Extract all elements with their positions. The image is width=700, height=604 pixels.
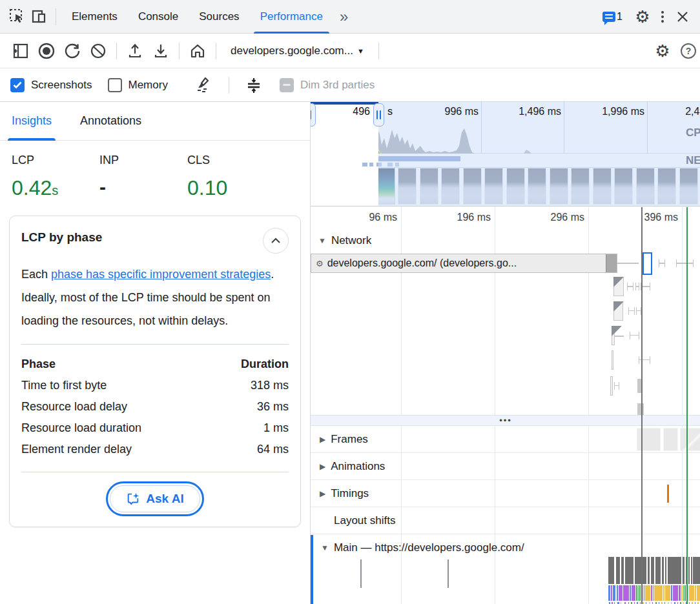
flame-activity-bar[interactable] bbox=[653, 585, 654, 601]
flame-activity-bar[interactable] bbox=[673, 585, 678, 601]
frame-thumbnail[interactable] bbox=[680, 428, 700, 451]
metric-inp[interactable]: INP - bbox=[99, 154, 187, 200]
flame-task-bar[interactable] bbox=[688, 557, 690, 584]
flame-task-bar[interactable] bbox=[665, 557, 666, 584]
flame-activity-bar[interactable] bbox=[608, 585, 610, 601]
flame-task-bar[interactable] bbox=[635, 557, 646, 584]
settings-gear-icon[interactable]: ⚙ bbox=[632, 6, 654, 28]
flame-task-bar[interactable] bbox=[662, 557, 664, 584]
download-profile-icon[interactable] bbox=[148, 38, 174, 64]
flame-activity-bar[interactable] bbox=[679, 585, 681, 601]
flame-activity-bar[interactable] bbox=[689, 585, 694, 601]
triangle-collapsed-icon[interactable]: ▶ bbox=[320, 462, 325, 471]
capture-settings-gear-icon[interactable]: ⚙ bbox=[650, 38, 675, 64]
network-request-bar[interactable] bbox=[613, 301, 623, 321]
flame-activity-bar[interactable] bbox=[697, 585, 700, 601]
track-timings[interactable]: ▶ Timings bbox=[320, 487, 369, 500]
flame-activity-bar[interactable] bbox=[623, 585, 629, 601]
flame-activity-bar[interactable] bbox=[611, 585, 612, 601]
flame-activity-bar[interactable] bbox=[639, 585, 641, 601]
issues-counter[interactable]: 1 bbox=[602, 11, 623, 23]
selected-request-outline[interactable] bbox=[643, 252, 652, 275]
flame-task-bar[interactable] bbox=[621, 557, 624, 584]
flame-activity-bar[interactable] bbox=[665, 585, 670, 601]
flame-task-bar[interactable] bbox=[608, 557, 614, 584]
flame-activity-bar[interactable] bbox=[654, 585, 663, 601]
flame-task-bar[interactable] bbox=[668, 557, 681, 584]
home-icon[interactable] bbox=[185, 38, 211, 64]
record-icon[interactable] bbox=[34, 38, 59, 64]
timeline-tracks[interactable]: 96 ms 196 ms 296 ms 396 ms ▼ Network ⚙ d… bbox=[311, 207, 700, 604]
flame-activity-bar[interactable] bbox=[613, 585, 615, 601]
flame-activity-bar[interactable] bbox=[651, 585, 652, 601]
flame-activity-bar[interactable] bbox=[683, 585, 684, 601]
track-layout-shifts[interactable]: Layout shifts bbox=[334, 514, 395, 527]
flame-task-bar[interactable] bbox=[625, 557, 633, 584]
memory-checkbox[interactable] bbox=[108, 78, 122, 92]
flame-activity-bar[interactable] bbox=[644, 585, 644, 601]
flame-activity-bar[interactable] bbox=[685, 585, 686, 601]
event-marker-line[interactable] bbox=[686, 207, 688, 604]
playhead-marker-line[interactable] bbox=[641, 207, 643, 604]
inspect-element-icon[interactable] bbox=[6, 6, 28, 28]
flame-task-bar[interactable] bbox=[616, 557, 620, 584]
track-main[interactable]: ▼ Main — https://developers.google.com/ bbox=[321, 541, 524, 554]
upload-profile-icon[interactable] bbox=[122, 38, 148, 64]
close-icon[interactable] bbox=[672, 6, 694, 28]
history-dropdown[interactable]: developers.google.com... ▼ bbox=[221, 45, 373, 57]
triangle-expanded-icon[interactable]: ▼ bbox=[321, 543, 329, 552]
dim-3rd-parties-checkbox[interactable] bbox=[280, 78, 294, 92]
flame-task-bar[interactable] bbox=[691, 557, 692, 584]
timeline-overview[interactable]: 496 s 996 ms 1,496 ms 1,996 ms 2,496 ms … bbox=[311, 102, 700, 206]
triangle-expanded-icon[interactable]: ▼ bbox=[318, 236, 326, 245]
flame-task-bar[interactable] bbox=[655, 557, 661, 584]
toggle-sidebar-icon[interactable] bbox=[8, 38, 34, 64]
overview-selection-window[interactable] bbox=[311, 102, 378, 206]
kebab-menu-icon[interactable] bbox=[654, 11, 672, 23]
network-request-bar[interactable] bbox=[612, 350, 613, 370]
flame-activity-bar[interactable] bbox=[671, 585, 672, 601]
tab-console[interactable]: Console bbox=[128, 0, 189, 34]
tab-annotations[interactable]: Annotations bbox=[80, 102, 141, 141]
collapse-sections-icon[interactable] bbox=[241, 72, 267, 98]
metric-lcp[interactable]: LCP 0.42s bbox=[12, 154, 99, 200]
metric-cls[interactable]: CLS 0.10 bbox=[187, 154, 275, 200]
flame-activity-bar[interactable] bbox=[617, 585, 618, 601]
device-toolbar-icon[interactable] bbox=[28, 6, 50, 28]
tab-sources[interactable]: Sources bbox=[189, 0, 249, 34]
tab-insights[interactable]: Insights bbox=[12, 102, 52, 141]
reload-record-icon[interactable] bbox=[59, 38, 85, 64]
tab-performance[interactable]: Performance bbox=[250, 0, 333, 34]
network-request-bar[interactable] bbox=[613, 277, 624, 296]
network-request-bar[interactable]: ⚙ developers.google.com/ (developers.go.… bbox=[311, 254, 617, 273]
flame-activity-bar[interactable] bbox=[638, 585, 639, 601]
timing-marker[interactable] bbox=[667, 485, 669, 503]
flame-task-bar[interactable] bbox=[693, 557, 700, 584]
screenshots-checkbox[interactable] bbox=[10, 78, 25, 92]
flame-task-bar[interactable] bbox=[651, 557, 654, 584]
triangle-collapsed-icon[interactable]: ▶ bbox=[320, 489, 325, 498]
flame-activity-bar[interactable] bbox=[630, 585, 631, 601]
flame-activity-bar[interactable] bbox=[663, 585, 664, 601]
flame-activity-bar[interactable] bbox=[695, 585, 696, 601]
track-network[interactable]: ▼ Network bbox=[318, 234, 371, 247]
more-tabs-icon[interactable]: » bbox=[333, 8, 355, 26]
flame-activity-bar[interactable] bbox=[619, 585, 623, 601]
flame-activity-bar[interactable] bbox=[681, 585, 683, 601]
selection-handle-right[interactable] bbox=[373, 103, 384, 126]
track-frames[interactable]: ▶ Frames bbox=[320, 433, 368, 446]
triangle-collapsed-icon[interactable]: ▶ bbox=[320, 435, 325, 444]
garbage-collect-brush-icon[interactable] bbox=[191, 72, 217, 98]
flame-activity-bar[interactable] bbox=[636, 585, 637, 601]
flame-activity-bar[interactable] bbox=[632, 585, 635, 601]
help-icon[interactable]: ? bbox=[675, 38, 700, 64]
flame-task-bar[interactable] bbox=[648, 557, 650, 584]
tab-elements[interactable]: Elements bbox=[61, 0, 128, 34]
flame-activity-bar[interactable] bbox=[645, 585, 650, 601]
frame-thumbnail[interactable] bbox=[637, 428, 661, 451]
ask-ai-button[interactable]: Ask AI bbox=[110, 485, 200, 512]
improvement-strategies-link[interactable]: phase has specific improvement strategie… bbox=[51, 268, 271, 281]
flame-task-bar[interactable] bbox=[683, 557, 685, 584]
collapse-card-button[interactable] bbox=[263, 228, 289, 254]
network-request-bar[interactable] bbox=[610, 376, 613, 396]
